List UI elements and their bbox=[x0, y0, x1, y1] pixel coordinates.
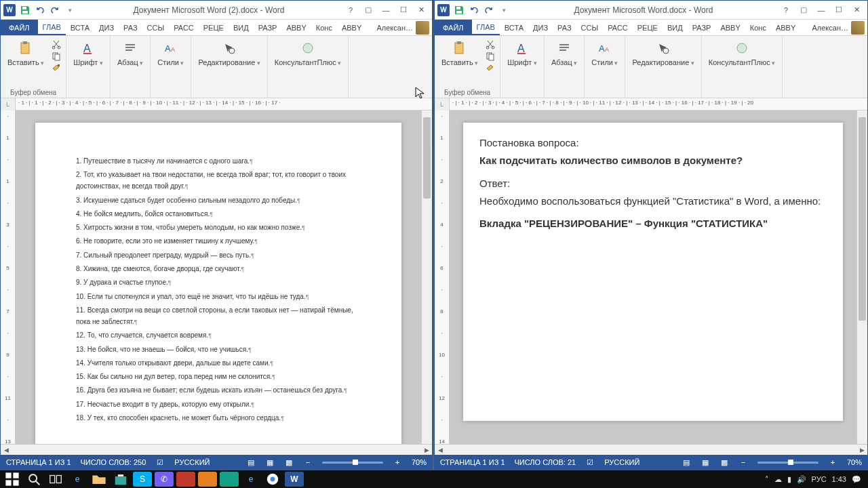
tab-layout[interactable]: РАЗ bbox=[119, 20, 142, 35]
format-painter-icon[interactable] bbox=[485, 63, 496, 74]
styles-button[interactable]: AAСтили bbox=[589, 39, 620, 68]
app-icon[interactable] bbox=[176, 472, 195, 487]
tab-file[interactable]: ФАЙЛ bbox=[435, 20, 472, 35]
maximize-button[interactable]: ☐ bbox=[395, 3, 412, 17]
language-indicator[interactable]: РУС bbox=[812, 475, 827, 483]
scrollbar-vertical[interactable] bbox=[421, 110, 432, 444]
close-button[interactable]: ✕ bbox=[848, 3, 865, 17]
minimize-button[interactable]: — bbox=[813, 3, 829, 17]
print-layout-icon[interactable]: ▦ bbox=[265, 458, 275, 467]
copy-icon[interactable] bbox=[485, 51, 496, 62]
tab-layout[interactable]: РАЗ bbox=[553, 20, 576, 35]
page-scroll[interactable]: 1. Путешествие в тысячу ли начинается с … bbox=[16, 110, 421, 444]
zoom-value[interactable]: 70% bbox=[847, 458, 862, 466]
scrollbar-vertical[interactable] bbox=[856, 110, 867, 444]
qat-more-icon[interactable] bbox=[64, 5, 75, 16]
tab-abbyy[interactable]: ABBY bbox=[715, 20, 745, 35]
chrome-icon[interactable] bbox=[263, 472, 282, 487]
tab-references[interactable]: ССЫ bbox=[142, 20, 170, 35]
skype-icon[interactable]: S bbox=[133, 472, 152, 487]
undo-icon[interactable] bbox=[469, 5, 479, 16]
tab-developer[interactable]: РАЗР bbox=[688, 20, 716, 35]
paste-button[interactable]: Вставить bbox=[5, 39, 47, 68]
tab-consultant[interactable]: Конс bbox=[745, 20, 771, 35]
tab-references[interactable]: ССЫ bbox=[576, 20, 604, 35]
ribbon-options-icon[interactable]: ▢ bbox=[795, 3, 812, 17]
status-language[interactable]: РУССКИЙ bbox=[174, 458, 210, 466]
tab-abbyy[interactable]: ABBY bbox=[281, 20, 311, 35]
tab-design[interactable]: ДИЗ bbox=[94, 20, 119, 35]
status-language[interactable]: РУССКИЙ bbox=[604, 458, 639, 466]
zoom-out-icon[interactable]: − bbox=[738, 458, 748, 467]
ruler-corner[interactable]: L bbox=[435, 98, 450, 110]
copy-icon[interactable] bbox=[51, 51, 62, 62]
scrollbar-horizontal[interactable]: ◀▶ bbox=[435, 444, 867, 455]
user-account[interactable]: Алексан… bbox=[374, 20, 432, 35]
document-page[interactable]: 1. Путешествие в тысячу ли начинается с … bbox=[35, 123, 401, 444]
save-icon[interactable] bbox=[20, 5, 31, 16]
user-account[interactable]: Алексан… bbox=[809, 20, 867, 35]
styles-button[interactable]: AAСтили bbox=[155, 39, 186, 68]
undo-icon[interactable] bbox=[35, 5, 45, 16]
redo-icon[interactable] bbox=[50, 5, 60, 16]
store-icon[interactable] bbox=[111, 472, 130, 487]
read-mode-icon[interactable]: ▤ bbox=[246, 458, 256, 467]
tab-view[interactable]: ВИД bbox=[663, 20, 688, 35]
zoom-in-icon[interactable]: + bbox=[393, 458, 402, 467]
ribbon-options-icon[interactable]: ▢ bbox=[360, 3, 376, 17]
tab-home[interactable]: ГЛАВ bbox=[38, 20, 66, 35]
close-button[interactable]: ✕ bbox=[413, 3, 429, 17]
clock[interactable]: 1:43 bbox=[832, 475, 846, 483]
help-icon[interactable]: ? bbox=[342, 3, 359, 17]
status-page[interactable]: СТРАНИЦА 1 ИЗ 1 bbox=[6, 458, 71, 466]
maximize-button[interactable]: ☐ bbox=[831, 3, 847, 17]
cut-icon[interactable] bbox=[485, 39, 496, 49]
cut-icon[interactable] bbox=[51, 39, 62, 49]
tab-view[interactable]: ВИД bbox=[229, 20, 254, 35]
redo-icon[interactable] bbox=[484, 5, 494, 16]
proofing-icon[interactable]: ☑ bbox=[585, 458, 595, 467]
paragraph-button[interactable]: Абзац bbox=[549, 39, 580, 68]
word-taskbar-icon[interactable]: W bbox=[285, 472, 304, 487]
ruler-corner[interactable]: L bbox=[1, 98, 16, 110]
editing-button[interactable]: Редактирование bbox=[195, 39, 262, 68]
search-icon[interactable] bbox=[24, 472, 43, 487]
status-words[interactable]: ЧИСЛО СЛОВ: 250 bbox=[81, 458, 146, 466]
paragraph-button[interactable]: Абзац bbox=[115, 39, 146, 68]
task-view-icon[interactable] bbox=[46, 472, 65, 487]
edge-icon[interactable]: e bbox=[68, 472, 87, 487]
tab-mailings[interactable]: РАСС bbox=[169, 20, 199, 35]
font-button[interactable]: AШрифт bbox=[71, 39, 106, 68]
ie-icon[interactable]: e bbox=[241, 472, 260, 487]
tab-design[interactable]: ДИЗ bbox=[528, 20, 553, 35]
status-words[interactable]: ЧИСЛО СЛОВ: 21 bbox=[515, 458, 576, 466]
explorer-icon[interactable] bbox=[90, 472, 108, 487]
font-button[interactable]: AШрифт bbox=[505, 39, 540, 68]
zoom-in-icon[interactable]: + bbox=[828, 458, 837, 467]
page-scroll[interactable]: Постановка вопроса: Как подсчитать колич… bbox=[450, 110, 856, 444]
web-layout-icon[interactable]: ▩ bbox=[284, 458, 294, 467]
tab-mailings[interactable]: РАСС bbox=[603, 20, 633, 35]
paste-button[interactable]: Вставить bbox=[439, 39, 481, 68]
scrollbar-horizontal[interactable]: ◀▶ bbox=[1, 444, 432, 455]
status-page[interactable]: СТРАНИЦА 1 ИЗ 1 bbox=[440, 458, 505, 466]
tab-insert[interactable]: ВСТА bbox=[66, 20, 94, 35]
tab-file[interactable]: ФАЙЛ bbox=[1, 20, 38, 35]
tab-insert[interactable]: ВСТА bbox=[500, 20, 528, 35]
zoom-slider[interactable] bbox=[322, 462, 383, 464]
editing-button[interactable]: Редактирование bbox=[629, 39, 696, 68]
zoom-out-icon[interactable]: − bbox=[303, 458, 313, 467]
minimize-button[interactable]: — bbox=[378, 3, 394, 17]
help-icon[interactable]: ? bbox=[778, 3, 794, 17]
qat-more-icon[interactable] bbox=[498, 5, 509, 16]
tab-review[interactable]: РЕЦЕ bbox=[633, 20, 663, 35]
print-layout-icon[interactable]: ▦ bbox=[701, 458, 710, 467]
app-icon[interactable] bbox=[198, 472, 217, 487]
viber-icon[interactable]: ✆ bbox=[155, 472, 174, 487]
tray-chevron-icon[interactable]: ˄ bbox=[765, 475, 769, 484]
network-icon[interactable]: ▮ bbox=[787, 475, 791, 484]
tab-abbyy2[interactable]: ABBY bbox=[771, 20, 800, 35]
tab-consultant[interactable]: Конс bbox=[311, 20, 337, 35]
start-button[interactable] bbox=[3, 472, 22, 487]
volume-icon[interactable]: 🔊 bbox=[797, 475, 806, 484]
